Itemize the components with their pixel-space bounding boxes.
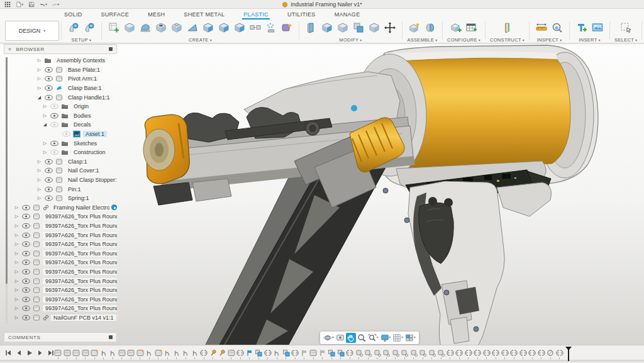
construct-plane-icon[interactable] [500,20,515,35]
toolbar-group-label[interactable]: INSERT▾ [579,37,600,43]
visibility-eye-icon[interactable] [21,213,31,220]
toolbar-group-label[interactable]: CONSTRUCT▾ [490,37,525,43]
measure-icon[interactable] [534,20,549,35]
timeline-feature-grpB-icon[interactable] [337,348,345,357]
expand-arrow-icon[interactable]: ▷ [42,104,48,109]
go-to-start-icon[interactable] [4,349,13,357]
expand-arrow-icon[interactable]: ▷ [14,251,19,256]
timeline-feature-joint-icon[interactable] [236,348,244,357]
configuration-icon[interactable] [448,20,464,35]
visibility-eye-icon[interactable] [44,195,53,201]
tree-item[interactable]: ▷99397A626_Torx Plus Roundec... [4,240,117,249]
extrude-icon[interactable] [122,20,137,35]
visibility-eye-icon[interactable] [44,167,53,174]
timeline-feature-grp-icon[interactable] [401,348,408,357]
toolbar-group-label[interactable]: ASSEMBLE▾ [407,37,437,43]
tree-item[interactable]: ▷Bodies [4,111,117,121]
section-analysis-icon[interactable] [550,20,565,35]
tree-item[interactable]: Asset 1 [4,130,117,139]
timeline-feature-flagB-icon[interactable] [246,348,253,357]
visibility-eye-icon[interactable] [21,259,31,265]
workspace-selector-button[interactable]: DESIGN ▾ [5,21,59,41]
toolbar-group-label[interactable]: INSPECT▾ [537,37,562,43]
timeline-feature-joint-icon[interactable] [556,348,564,357]
timeline-playhead[interactable] [568,347,569,361]
visibility-eye-icon[interactable] [21,250,31,257]
expand-arrow-icon[interactable]: ▷ [14,242,19,247]
visibility-eye-icon[interactable] [50,103,59,109]
expand-arrow-icon[interactable]: ▷ [14,214,19,219]
expand-arrow-icon[interactable]: ▷ [36,177,42,182]
mirror-icon[interactable] [248,20,263,35]
timeline-feature-grp-icon[interactable] [410,348,418,357]
expand-arrow-icon[interactable]: ▷ [36,58,42,63]
insert-derive-icon[interactable] [574,20,589,35]
create-form-icon[interactable] [138,20,153,35]
timeline-feature-joint-icon[interactable] [538,348,545,357]
timeline-feature-body-icon[interactable] [191,348,199,357]
tree-item[interactable]: ▷99397A626_Torx Plus Roundec... [4,304,117,313]
orbit-icon[interactable]: ▾ [323,333,335,343]
timeline-feature-body-icon[interactable] [273,348,280,357]
timeline-feature-joint-icon[interactable] [465,348,472,357]
timeline-feature-body-icon[interactable] [164,348,171,357]
split-body-icon[interactable] [367,20,382,35]
tree-item[interactable]: ▷Base Plate:1 [4,65,117,75]
expand-arrow-icon[interactable]: ▷ [36,159,42,164]
undo-icon[interactable]: ▾ [40,1,47,8]
timeline-feature-joint-icon[interactable] [474,348,481,357]
press-pull-icon[interactable] [304,20,319,35]
visibility-eye-icon[interactable] [44,94,53,101]
browser-header[interactable]: « BROWSER [4,44,117,54]
expand-arrow-icon[interactable]: ▷ [36,168,42,173]
insert-asset-icon[interactable] [279,20,294,35]
step-back-icon[interactable] [14,349,23,357]
tree-item[interactable]: ▷Clasp:1 [4,157,117,167]
tree-item[interactable]: ▷99397A626_Torx Plus Roundec... [4,276,117,286]
tree-item[interactable]: ▷99397A626_Torx Plus Roundec... [4,286,117,295]
visibility-eye-icon[interactable] [62,131,71,137]
timeline-feature-joint-icon[interactable] [483,348,491,357]
timeline-feature-joint-icon[interactable] [346,348,353,357]
fit-icon[interactable]: ▾ [367,333,379,343]
timeline-feature-grpB-icon[interactable] [255,348,262,357]
expand-arrow-icon[interactable]: ◢ [42,122,48,127]
redo-icon[interactable]: ▾ [52,1,59,8]
setup-machine-icon[interactable] [66,20,81,35]
expand-arrow-icon[interactable]: ▷ [14,297,19,302]
file-menu-icon[interactable]: ▾ [16,1,23,8]
model-handle[interactable] [383,181,551,353]
expand-arrow-icon[interactable]: ▷ [14,279,19,284]
timeline-feature-joint-icon[interactable] [291,348,299,357]
timeline-feature-flag-icon[interactable] [319,348,326,357]
expand-arrow-icon[interactable]: ▷ [36,196,42,201]
timeline-feature-comp-icon[interactable] [118,348,126,357]
timeline-feature-joint-icon[interactable] [455,348,463,357]
timeline-feature-comp-icon[interactable] [228,348,235,357]
model-nose-knob[interactable] [143,114,189,184]
insert-decal-icon[interactable] [590,20,605,35]
expand-arrow-icon[interactable]: ▷ [36,86,42,91]
timeline-feature-docO-icon[interactable] [91,348,98,357]
expand-arrow-icon[interactable]: ▷ [36,67,42,72]
timeline-feature-grp-icon[interactable] [437,348,445,357]
expand-arrow-icon[interactable]: ▷ [14,260,19,265]
expand-arrow-icon[interactable]: ▷ [14,205,19,210]
timeline-feature-comp-icon[interactable] [72,348,80,357]
tree-item[interactable]: ◢Decals [4,120,117,130]
derive-3-icon[interactable] [232,20,247,35]
tree-item[interactable]: ▷Framing Nailer Electron... [4,203,117,213]
hole-icon[interactable] [153,20,169,35]
tree-item[interactable]: ▷Pin:1 [4,184,117,194]
expand-arrow-icon[interactable]: ▷ [36,76,42,81]
tree-item[interactable]: ▷99397A626_Torx Plus Roundec... [4,258,117,267]
comments-header[interactable]: COMMENTS [4,332,117,342]
tree-item[interactable]: ▷Sketches [4,138,117,148]
pattern-icon[interactable] [169,20,184,35]
timeline-feature-circ-icon[interactable] [547,348,554,357]
configuration-table-icon[interactable] [464,20,479,35]
timeline-feature-grp-icon[interactable] [382,348,390,357]
toolbar-group-label[interactable]: SETUP▾ [72,37,92,43]
visibility-eye-icon[interactable] [21,269,31,275]
visibility-eye-icon[interactable] [44,85,53,91]
